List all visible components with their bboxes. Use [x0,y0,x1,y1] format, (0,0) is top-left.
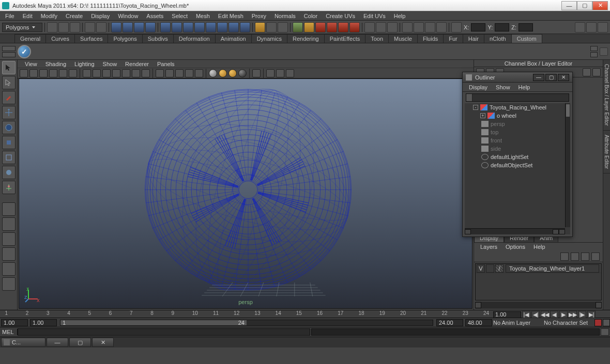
layer-menu-layers[interactable]: Layers [476,243,501,251]
outliner-item[interactable]: front [465,136,570,145]
menu-select[interactable]: Select [167,12,192,20]
mode-dropdown[interactable]: Polygons [2,23,42,32]
shelf-tab-ncloth[interactable]: nCloth [484,34,512,43]
vp-menu-panels[interactable]: Panels [153,60,179,68]
vp-grid-icon[interactable] [83,69,91,77]
play-start-input[interactable]: 1.00 [30,319,57,326]
vp-wireframe-icon[interactable] [156,69,164,77]
shelf-tab-hair[interactable]: Hair [463,34,484,43]
inputs-icon[interactable] [266,22,277,33]
vp-film-gate-icon[interactable] [93,69,101,77]
layout-two-h-icon[interactable] [2,232,16,246]
history-icon[interactable] [255,22,265,33]
rotate-tool[interactable] [2,121,16,134]
outliner-header[interactable]: Outliner — ▢ ✕ [463,72,572,83]
toggle-icon[interactable] [240,22,250,33]
menu-create-uvs[interactable]: Create UVs [322,12,359,20]
render-view-icon[interactable] [364,22,375,33]
snap-point-icon[interactable] [183,22,193,33]
lasso-tool[interactable] [2,76,16,89]
construction-off-icon[interactable] [304,22,314,33]
step-back-key-icon[interactable]: ◀| [531,311,540,318]
anim-end-input[interactable]: 48.00 [465,319,492,326]
shelf-tab-polygons[interactable]: Polygons [108,34,142,43]
x-input[interactable] [471,23,485,31]
vp-shaded-icon[interactable] [165,69,174,77]
outliner-vscroll[interactable] [565,103,570,227]
hypershade-icon[interactable] [387,22,398,33]
script-lang-label[interactable]: MEL [0,329,18,335]
new-scene-icon[interactable] [47,22,57,33]
maximize-button[interactable]: ▢ [577,1,592,10]
transform-input-icon[interactable] [451,22,462,33]
soft-mod-tool[interactable] [2,166,16,179]
menu-proxy[interactable]: Proxy [248,12,270,20]
vp-xray-icon[interactable] [266,69,274,77]
snap-view-icon[interactable] [217,22,227,33]
cb-icon-d[interactable] [583,68,591,76]
vp-menu-lighting[interactable]: Lighting [70,60,99,68]
snap-grid-icon[interactable] [160,22,171,33]
menu-window[interactable]: Window [114,12,142,20]
play-back-icon[interactable]: ◀ [550,311,558,318]
vp-cam-attr-icon[interactable] [29,69,38,77]
vp-field-chart-icon[interactable] [122,69,130,77]
construction-on-icon[interactable] [293,22,303,33]
y-input[interactable] [495,23,509,31]
quick-render-icon[interactable] [338,22,348,33]
shelf-tab-curves[interactable]: Curves [45,34,75,43]
range-track[interactable]: 1 24 [60,320,433,326]
shelf-tab-general[interactable]: General [14,34,46,43]
vp-safe-action-icon[interactable] [132,69,140,77]
snap-curve-icon[interactable] [172,22,182,33]
command-input[interactable] [18,328,310,336]
shelf-tab-rendering[interactable]: Rendering [287,34,325,43]
prefs-icon[interactable] [603,319,610,326]
layout-three-icon[interactable] [2,262,16,276]
scroll-left-icon[interactable] [475,302,481,308]
shelf-tab-custom[interactable]: Custom [511,34,542,43]
shelf-trash-icon[interactable] [600,48,608,56]
delete-history-icon[interactable] [315,22,326,33]
layer-icon-b[interactable] [571,252,579,261]
shelf-tab-deformation[interactable]: Deformation [173,34,216,43]
vp-light-none-icon[interactable] [209,69,217,77]
vp-light-selected-icon[interactable] [238,69,247,77]
outliner-item[interactable]: side [465,145,570,153]
open-scene-icon[interactable] [58,22,69,33]
outliner-menu-show[interactable]: Show [492,83,514,91]
outliner-hscroll[interactable] [465,228,565,234]
layer-icon-a[interactable] [560,252,569,261]
paint-select-icon[interactable] [145,22,156,33]
outliner-menu-help[interactable]: Help [514,83,535,91]
z-input[interactable] [518,23,533,31]
show-manip-tool[interactable] [2,181,16,194]
step-fwd-key-icon[interactable]: |▶ [578,311,586,318]
scale-tool[interactable] [2,136,16,149]
ipr-render-icon[interactable] [349,22,360,33]
shelf-tab-fur[interactable]: Fur [443,34,463,43]
sidebar-toggle-a-icon[interactable] [575,22,585,33]
outliner-item[interactable]: defaultObjectSet [465,161,570,169]
menu-help[interactable]: Help [390,12,410,20]
shelf-tab-fluids[interactable]: Fluids [417,34,444,43]
range-slider[interactable]: 1.00 1.00 1 24 24.00 48.00 No Anim Layer… [0,318,610,327]
outliner-close-button[interactable]: ✕ [558,74,569,81]
outliner-item[interactable]: defaultLightSet [465,153,570,161]
menu-file[interactable]: File [1,12,19,20]
scroll-right-icon[interactable] [553,229,559,234]
cb-icon-e[interactable] [592,68,601,76]
vp-menu-show[interactable]: Show [99,60,121,68]
viewport[interactable]: y x z persp [19,78,472,309]
graph-editor-icon[interactable] [414,22,424,33]
vert-tab-attribute-editor[interactable]: Attribute Editor [603,131,610,173]
select-tool[interactable] [2,61,16,74]
outliner-minimize-button[interactable]: — [533,74,544,81]
menu-edit-mesh[interactable]: Edit Mesh [214,12,248,20]
vp-xray-joints-icon[interactable] [276,69,284,77]
make-live-icon[interactable] [228,22,239,33]
menu-normals[interactable]: Normals [270,12,300,20]
paint-selection-tool[interactable] [2,91,16,104]
layer-icon-d[interactable] [591,252,600,261]
vp-light-all-icon[interactable] [228,69,237,77]
